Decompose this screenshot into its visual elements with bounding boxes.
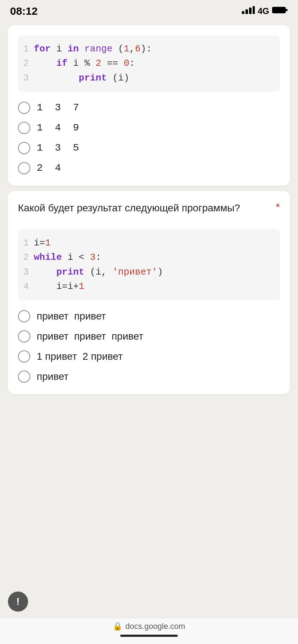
exclaim-button[interactable]: ! <box>8 592 28 612</box>
bottom-url: docs.google.com <box>125 622 185 631</box>
code-content-1: for i in range (1,6): if i % 2 == 0: pri… <box>34 42 274 85</box>
radio-1c[interactable] <box>18 142 30 154</box>
code-content-2: i=1 while i < 3: print (i, 'привет') i=i… <box>34 236 274 294</box>
home-bar <box>120 635 178 637</box>
code-block-1: 1 2 3 for i in range (1,6): if i % 2 == … <box>18 35 280 92</box>
svg-rect-0 <box>242 11 244 14</box>
status-time: 08:12 <box>10 5 38 17</box>
option-label-2d: привет <box>37 371 68 382</box>
option-label-1d: 2 4 <box>37 162 61 174</box>
option-2b[interactable]: привет привет привет <box>18 330 280 342</box>
option-1b[interactable]: 1 4 9 <box>18 122 280 134</box>
card-1: 1 2 3 for i in range (1,6): if i % 2 == … <box>8 25 290 186</box>
option-label-2c: 1 привет 2 привет <box>37 351 123 362</box>
required-star-2: * <box>276 201 280 213</box>
line-numbers-2: 1 2 3 4 <box>22 236 34 294</box>
svg-rect-4 <box>272 7 285 13</box>
option-label-2a: привет привет <box>37 310 106 322</box>
status-bar: 08:12 4G <box>0 0 298 20</box>
svg-rect-3 <box>253 6 255 14</box>
option-1d[interactable]: 2 4 <box>18 162 280 174</box>
radio-1d[interactable] <box>18 162 30 174</box>
signal-icon <box>242 6 255 16</box>
option-2a[interactable]: привет привет <box>18 310 280 322</box>
radio-2d[interactable] <box>18 371 30 383</box>
radio-2a[interactable] <box>18 310 30 322</box>
radio-1b[interactable] <box>18 122 30 134</box>
status-icons: 4G <box>242 6 288 16</box>
option-label-1c: 1 3 5 <box>37 142 79 153</box>
question-text-2: Какой будет результат следующей программ… <box>18 201 272 215</box>
bottom-bar: 🔒 docs.google.com <box>0 618 298 644</box>
radio-1a[interactable] <box>18 102 30 114</box>
line-numbers-1: 1 2 3 <box>22 42 34 85</box>
option-1a[interactable]: 1 3 7 <box>18 102 280 114</box>
option-label-1b: 1 4 9 <box>37 122 79 133</box>
svg-rect-5 <box>286 9 288 11</box>
option-2d[interactable]: привет <box>18 371 280 383</box>
network-label: 4G <box>258 6 269 16</box>
option-label-2b: привет привет привет <box>37 331 143 342</box>
card-2: Какой будет результат следующей программ… <box>8 191 290 394</box>
option-1c[interactable]: 1 3 5 <box>18 142 280 154</box>
option-label-1a: 1 3 7 <box>37 102 79 113</box>
battery-icon <box>272 6 288 16</box>
lock-icon: 🔒 <box>113 622 122 631</box>
radio-2b[interactable] <box>18 330 30 342</box>
svg-rect-1 <box>245 9 248 14</box>
option-2c[interactable]: 1 привет 2 привет <box>18 350 280 363</box>
radio-2c[interactable] <box>18 350 30 363</box>
code-block-2: 1 2 3 4 i=1 while i < 3: print (i, 'прив… <box>18 229 280 300</box>
svg-rect-2 <box>249 8 252 14</box>
